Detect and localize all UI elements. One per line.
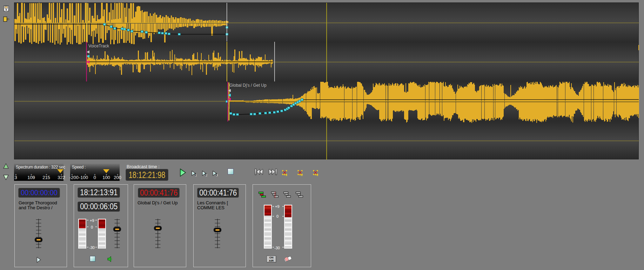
svg-text:2: 2 bbox=[301, 173, 303, 176]
svg-text:Global Dj's / Get Up: Global Dj's / Get Up bbox=[229, 83, 267, 88]
svg-text:1: 1 bbox=[286, 173, 287, 176]
svg-text:VoiceTrack: VoiceTrack bbox=[88, 44, 109, 48]
svg-text:3: 3 bbox=[216, 173, 218, 177]
svg-text:1: 1 bbox=[195, 173, 197, 177]
svg-text:3: 3 bbox=[316, 173, 318, 176]
svg-text:2: 2 bbox=[206, 173, 207, 177]
